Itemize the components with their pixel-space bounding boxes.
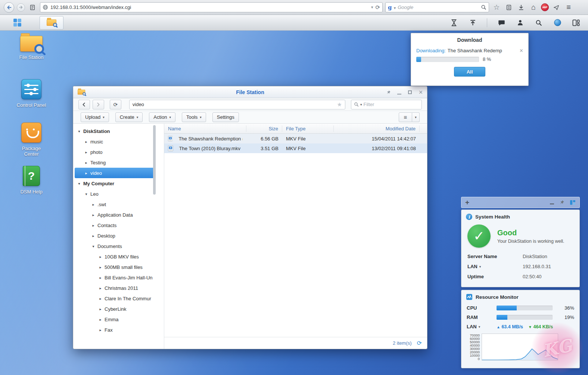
expander-icon[interactable]: ▸ xyxy=(99,255,102,259)
browser-back-button[interactable] xyxy=(4,2,14,13)
main-menu-button[interactable] xyxy=(0,15,34,31)
expander-icon[interactable]: ▸ xyxy=(99,328,102,332)
path-input[interactable] xyxy=(133,102,337,107)
tree-item[interactable]: ▸ Testing xyxy=(75,157,154,168)
tree-item[interactable]: ▸ Emma xyxy=(75,314,154,325)
tree-item[interactable]: ▾ Documents xyxy=(75,241,154,251)
nav-back-button[interactable] xyxy=(78,100,90,109)
dsm-search-icon[interactable] xyxy=(534,18,543,27)
column-header-name[interactable]: Name xyxy=(164,125,246,132)
tree-item[interactable]: ▾ DiskStation xyxy=(75,126,154,136)
favorite-star-icon[interactable]: ★ xyxy=(337,101,342,108)
desktop-icon-control-panel[interactable]: Control Panel xyxy=(13,79,49,108)
bookmark-star-icon[interactable]: ☆ xyxy=(492,3,501,12)
widget-minimize-icon[interactable] xyxy=(550,201,554,204)
filter-dropdown-icon[interactable]: ▾ xyxy=(360,103,362,106)
expander-icon[interactable]: ▾ xyxy=(77,182,81,186)
tree-item[interactable]: ▾ My Computer xyxy=(75,178,154,189)
expander-icon[interactable]: ▸ xyxy=(99,265,102,269)
expander-icon[interactable]: ▸ xyxy=(99,317,102,322)
expander-icon[interactable]: ▸ xyxy=(84,150,88,154)
upload-button[interactable]: Upload▾ xyxy=(81,112,109,122)
tree-scrollbar-thumb[interactable] xyxy=(153,125,156,195)
show-widgets-icon[interactable] xyxy=(572,18,581,27)
expander-icon[interactable]: ▾ xyxy=(91,244,95,248)
file-row[interactable]: The Town (2010) Bluray.mkv 3.51 GB MKV F… xyxy=(164,143,427,153)
tree-item[interactable]: ▸ Application Data xyxy=(75,210,154,220)
column-header-type[interactable]: File Type xyxy=(282,125,334,132)
browser-menu-icon[interactable]: ≡ xyxy=(564,3,573,12)
column-header-modified[interactable]: Modified Date xyxy=(334,125,420,132)
tree-item[interactable]: ▸ Fax xyxy=(75,325,154,335)
all-downloads-button[interactable]: All xyxy=(454,67,485,77)
desktop-icon-package-center[interactable]: Package Center xyxy=(13,123,49,157)
file-row[interactable]: The Shawshank Redemption (1 6.56 GB MKV … xyxy=(164,134,427,143)
expander-icon[interactable]: ▸ xyxy=(84,140,88,144)
tree-item[interactable]: ▸ 10GB MKV files xyxy=(75,251,154,262)
list-refresh-icon[interactable]: ⟳ xyxy=(417,340,422,347)
background-tasks-icon[interactable] xyxy=(449,18,458,27)
address-dropdown-icon[interactable]: ▾ xyxy=(371,5,373,10)
nav-forward-button[interactable] xyxy=(93,100,104,109)
filter-field[interactable]: ▾ xyxy=(351,100,422,109)
maximize-icon[interactable] xyxy=(407,90,413,95)
tools-button[interactable]: Tools▾ xyxy=(182,112,206,122)
file-station-task-button[interactable] xyxy=(40,16,63,30)
tree-item[interactable]: ▾ Leo xyxy=(75,189,154,199)
column-header-size[interactable]: Size xyxy=(246,125,282,132)
desktop-icon-dsm-help[interactable]: ? DSM Help xyxy=(13,166,49,195)
pilot-view-icon[interactable] xyxy=(553,18,562,27)
bookmarks-list-icon[interactable] xyxy=(504,3,514,12)
expander-icon[interactable]: ▸ xyxy=(99,297,102,301)
expander-icon[interactable]: ▸ xyxy=(84,161,88,165)
expander-icon[interactable]: ▸ xyxy=(84,171,88,175)
settings-button[interactable]: Settings xyxy=(212,112,239,122)
path-field[interactable]: ★ xyxy=(129,100,345,109)
search-bar[interactable]: g ▾ xyxy=(385,2,489,12)
expander-icon[interactable]: ▸ xyxy=(99,286,102,290)
lan-dropdown-icon[interactable]: ▾ xyxy=(479,265,481,269)
browser-forward-button[interactable] xyxy=(17,3,25,12)
expander-icon[interactable]: ▸ xyxy=(99,307,102,311)
browser-pages-icon[interactable] xyxy=(28,3,37,12)
list-view-button[interactable]: ≡ xyxy=(399,112,412,122)
filter-input[interactable] xyxy=(364,102,419,107)
close-icon[interactable]: × xyxy=(418,90,423,95)
add-widget-icon[interactable]: + xyxy=(465,198,469,207)
google-engine-icon[interactable]: g ▾ xyxy=(388,4,396,11)
widget-pin-icon[interactable] xyxy=(559,200,564,205)
expander-icon[interactable]: ▸ xyxy=(91,213,95,217)
tree-item[interactable]: ▸ 500MB small files xyxy=(75,262,154,272)
cancel-download-icon[interactable]: × xyxy=(520,48,523,53)
search-go-icon[interactable] xyxy=(481,4,486,10)
downloads-icon[interactable] xyxy=(516,3,526,12)
address-refresh-icon[interactable]: ⟳ xyxy=(375,4,380,11)
expander-icon[interactable]: ▾ xyxy=(84,192,88,196)
tree-item[interactable]: ▸ Bill Evans-Jim Hall-Un xyxy=(75,272,154,283)
address-bar[interactable]: 192.168.0.31:5000/webman/index.cgi ▾ ⟳ xyxy=(40,2,383,12)
user-options-icon[interactable] xyxy=(516,18,525,27)
tree-item[interactable]: ▸ Christmas 2011 xyxy=(75,283,154,293)
home-icon[interactable]: ⌂ xyxy=(529,3,538,12)
minimize-icon[interactable] xyxy=(396,90,402,95)
expander-icon[interactable]: ▾ xyxy=(77,129,81,133)
tree-item[interactable]: ▸ Clare In The Commur xyxy=(75,293,154,304)
notifications-icon[interactable] xyxy=(497,18,506,27)
tree-item[interactable]: ▸ music xyxy=(75,136,154,147)
action-button[interactable]: Action▾ xyxy=(149,112,175,122)
lan-traffic-dropdown-icon[interactable]: ▾ xyxy=(479,325,480,329)
create-button[interactable]: Create▾ xyxy=(115,112,143,122)
tree-item[interactable]: ▸ Contacts xyxy=(75,220,154,230)
expander-icon[interactable]: ▸ xyxy=(91,223,95,227)
upload-queue-icon[interactable] xyxy=(468,18,477,27)
widget-layout-icon[interactable] xyxy=(570,200,576,205)
window-title-bar[interactable]: File Station × xyxy=(73,86,427,98)
nav-refresh-button[interactable]: ⟳ xyxy=(110,100,121,109)
expander-icon[interactable]: ▸ xyxy=(99,276,102,280)
tree-item[interactable]: ▸ CyberLink xyxy=(75,304,154,314)
view-options-caret[interactable]: ▾ xyxy=(412,112,420,122)
web-search-input[interactable] xyxy=(398,4,479,10)
pin-icon[interactable] xyxy=(386,90,391,95)
desktop-icon-file-station[interactable]: File Station xyxy=(13,36,49,60)
tree-item[interactable]: ▸ .swt xyxy=(75,199,154,210)
